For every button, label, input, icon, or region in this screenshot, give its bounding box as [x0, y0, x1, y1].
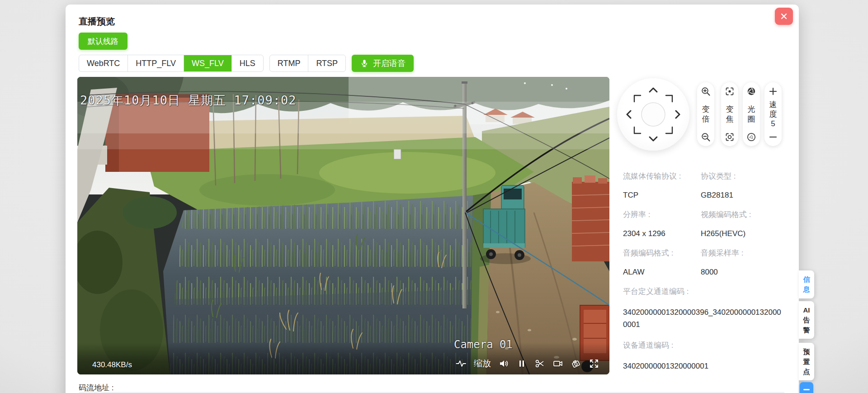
scissors-icon[interactable]	[534, 358, 545, 369]
focus-near-icon[interactable]	[725, 86, 735, 96]
live-video-frame	[77, 77, 609, 374]
iris-close-icon[interactable]	[746, 132, 756, 142]
speed-label: 速度	[769, 100, 777, 119]
tab-rtmp[interactable]: RTMP	[270, 55, 308, 71]
service-icon	[803, 389, 810, 390]
tab-webrtc[interactable]: WebRTC	[79, 55, 127, 71]
stream-info-panel: 流媒体传输协议 : 协议类型 : TCP GB28181 分辨率 : 视频编码格…	[623, 171, 781, 382]
digital-zoom-button[interactable]: 缩放	[474, 358, 491, 369]
side-tab-ai-alarm[interactable]: AI告警	[799, 301, 814, 339]
player-control-icons: 缩放	[456, 358, 599, 369]
default-line-button[interactable]: 默认线路	[79, 33, 127, 50]
iris-open-icon[interactable]	[746, 86, 756, 96]
minus-icon[interactable]	[768, 132, 778, 142]
pause-icon[interactable]	[516, 358, 527, 369]
info-value: ALAW	[623, 268, 701, 277]
signal-wave-icon[interactable]	[456, 358, 467, 369]
info-value: TCP	[623, 191, 701, 200]
plus-icon[interactable]	[768, 86, 778, 96]
side-tab-ai-alarm-label: AI告警	[803, 305, 811, 335]
platform-channel-id: 34020000001320000396_3402000000132000000…	[623, 306, 781, 331]
zoom-label: 变倍	[702, 104, 710, 124]
iris-label: 光圈	[747, 104, 755, 124]
info-value: H265(HEVC)	[701, 229, 781, 238]
snapshot-camera-icon[interactable]	[571, 358, 581, 369]
volume-icon[interactable]	[498, 358, 509, 369]
dialog-title: 直播预览	[79, 15, 115, 28]
speed-value: 5	[769, 119, 777, 128]
tab-rtsp[interactable]: RTSP	[308, 55, 345, 71]
protocol-tab-row: WebRTC HTTP_FLV WS_FLV HLS RTMP RTSP 开启语…	[79, 55, 414, 72]
info-label: 协议类型 :	[701, 171, 781, 181]
side-tab-presets-label: 预置点	[803, 347, 811, 376]
info-label: 音频采样率 :	[701, 248, 781, 258]
info-label: 流媒体传输协议 :	[623, 171, 701, 181]
ptz-speed-control: 速度 5	[764, 82, 782, 146]
live-preview-dialog: 直播预览 默认线路 WebRTC HTTP_FLV WS_FLV HLS RTM…	[66, 5, 799, 393]
protocol-group-raw: RTMP RTSP	[269, 55, 346, 72]
voice-button[interactable]: 开启语音	[352, 55, 414, 72]
info-label: 视频编码格式 :	[701, 209, 781, 220]
magnifier-minus-icon[interactable]	[701, 132, 711, 142]
close-button[interactable]	[775, 8, 793, 25]
info-value: GB28181	[701, 191, 781, 200]
floating-service-button[interactable]	[800, 382, 813, 393]
info-label: 平台定义通道编码 :	[623, 286, 781, 297]
side-tab-info[interactable]: 信息	[799, 270, 814, 298]
joystick-arrows-icon	[617, 78, 689, 151]
ptz-zoom-control: 变倍	[697, 82, 714, 146]
ptz-focus-control: 变焦	[721, 82, 738, 146]
side-tab-info-label: 信息	[803, 275, 811, 294]
video-player[interactable]: 2025年10月10日 星期五 17:09:02 Camera 01 430.4…	[77, 77, 609, 374]
ptz-joystick[interactable]	[617, 78, 689, 151]
microphone-icon	[360, 58, 369, 68]
videocam-icon[interactable]	[552, 358, 563, 369]
info-label: 音频编码格式 :	[623, 248, 701, 258]
device-channel-id: 34020000001320000001	[623, 360, 781, 372]
protocol-group-main: WebRTC HTTP_FLV WS_FLV HLS	[79, 55, 264, 72]
stream-url-label: 码流地址 :	[79, 383, 113, 393]
focus-far-icon[interactable]	[725, 132, 735, 142]
info-value: 8000	[701, 268, 781, 277]
info-value: 2304 x 1296	[623, 229, 701, 238]
osd-timestamp: 2025年10月10日 星期五 17:09:02	[80, 92, 297, 109]
magnifier-plus-icon[interactable]	[701, 86, 711, 96]
info-label: 分辨率 :	[623, 209, 701, 220]
tab-ws-flv[interactable]: WS_FLV	[184, 55, 231, 71]
bitrate-readout: 430.48KB/s	[92, 360, 132, 369]
player-control-bar: 430.48KB/s 缩放	[77, 343, 609, 374]
fullscreen-icon[interactable]	[589, 358, 599, 369]
ptz-iris-control: 光圈	[743, 82, 760, 146]
x-icon	[780, 12, 788, 20]
info-label: 设备通道编码 :	[623, 340, 781, 350]
side-tab-presets[interactable]: 预置点	[799, 343, 814, 380]
focus-label: 变焦	[726, 104, 734, 124]
tab-http-flv[interactable]: HTTP_FLV	[127, 55, 184, 71]
default-line-label: 默认线路	[88, 37, 118, 46]
tab-hls[interactable]: HLS	[231, 55, 263, 71]
voice-button-label: 开启语音	[373, 58, 406, 69]
